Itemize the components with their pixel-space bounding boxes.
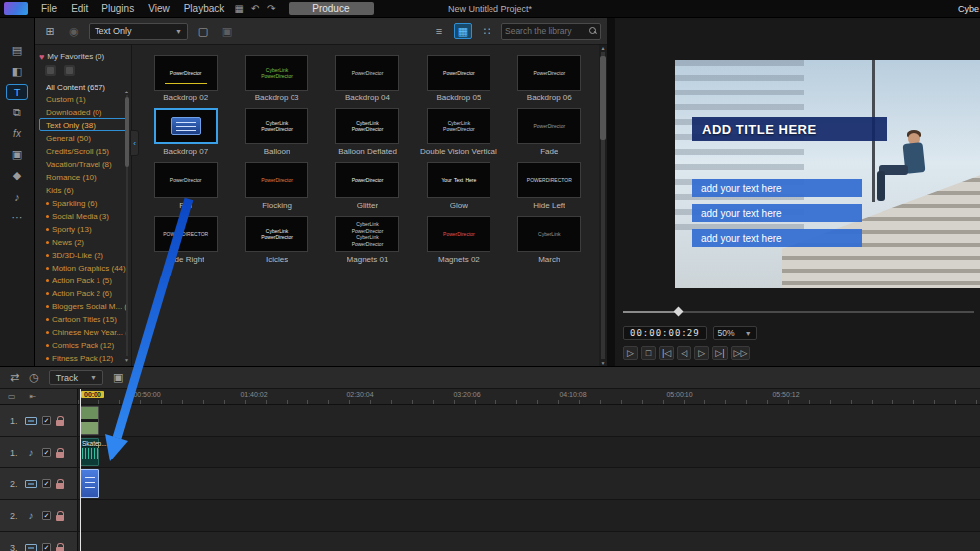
category-item[interactable]: News (2) (39, 235, 129, 248)
template-tile[interactable]: CyberLink PowerDirectorBalloon Deflated (322, 108, 413, 156)
track-dropdown[interactable]: Track▼ (49, 370, 103, 385)
title-overlay[interactable]: ADD TITLE HERE (692, 117, 887, 141)
track-enable-checkbox[interactable]: ✓ (42, 543, 51, 551)
track-lock-all-icon[interactable]: ▭ (8, 392, 16, 401)
template-tile[interactable]: Your Text HereGlow (413, 162, 503, 210)
previous-clip-button[interactable]: |◁ (659, 346, 674, 360)
adjustment-room-icon[interactable]: ◧ (6, 63, 28, 80)
template-tile[interactable]: CyberLink PowerDirectorBackdrop 03 (231, 55, 321, 102)
more-rooms-icon[interactable]: ⋯ (6, 209, 28, 226)
particle-room-icon[interactable]: ◆ (6, 167, 28, 184)
timeline-ruler[interactable]: ▭ ⇤ 00:50:0001:40:0202:30:0403:20:0604:1… (0, 389, 980, 405)
duration-icon[interactable]: ◷ (29, 371, 39, 384)
template-tile[interactable]: PowerDirectorGlitter (322, 162, 413, 210)
produce-button[interactable]: Produce (289, 2, 373, 15)
go-to-start-icon[interactable]: ⇤ (30, 392, 37, 401)
template-tile[interactable]: CyberLink PowerDirectorDouble Vision Ver… (413, 108, 503, 156)
import-media-icon[interactable]: ⊞ (41, 23, 59, 39)
menu-edit[interactable]: Edit (64, 3, 95, 14)
category-item[interactable]: Romance (10) (39, 170, 129, 183)
category-item[interactable]: General (50) (39, 131, 129, 144)
audio-clip[interactable]: Skatep... (80, 438, 99, 466)
track-content[interactable] (78, 532, 980, 551)
title-room-icon[interactable]: T (6, 84, 28, 100)
detail-view-icon[interactable]: ∷ (478, 23, 495, 39)
scroll-down-icon[interactable]: ▼ (124, 357, 129, 363)
template-tile[interactable]: Backdrop 07 (140, 108, 231, 156)
category-scrollbar[interactable]: ▲ ▼ (123, 89, 130, 363)
track-enable-checkbox[interactable]: ✓ (42, 511, 51, 520)
template-tile[interactable]: CyberLinkMarch (504, 216, 595, 264)
track-lock-icon[interactable] (56, 420, 64, 426)
playhead[interactable] (80, 389, 81, 551)
grid-scrollbar[interactable]: ▲ ▼ (599, 45, 607, 366)
template-tile[interactable]: POWERDIRECTORHide Left (504, 162, 595, 210)
track-enable-checkbox[interactable]: ✓ (42, 448, 51, 457)
category-item[interactable]: Downloaded (0) (39, 105, 129, 118)
panel-divider[interactable] (607, 18, 615, 366)
new-title-icon[interactable]: ▢ (194, 23, 212, 39)
menu-plugins[interactable]: Plugins (95, 3, 141, 14)
list-view-icon[interactable]: ≡ (430, 23, 448, 39)
template-tile[interactable]: CyberLink PowerDirector CyberLink PowerD… (322, 216, 413, 264)
play-button[interactable]: ▷ (623, 346, 638, 360)
track-content[interactable] (78, 468, 980, 499)
filter-dropdown[interactable]: Text Only▼ (89, 23, 188, 40)
step-backward-button[interactable]: ◁ (677, 346, 691, 360)
video-clip[interactable] (80, 406, 99, 435)
transition-room-icon[interactable]: ⧉ (6, 104, 28, 121)
category-item[interactable]: Fitness Pack (12) (39, 351, 129, 364)
category-item[interactable]: Motion Graphics (44) (39, 261, 129, 274)
stop-button[interactable]: □ (641, 346, 656, 360)
template-tile[interactable]: PowerDirectorFlocking (231, 162, 321, 210)
duplicate-title-icon[interactable]: ▣ (218, 23, 236, 39)
category-item[interactable]: Comics Pack (12) (39, 338, 129, 351)
template-tile[interactable]: PowerDirectorMagnets 02 (413, 216, 503, 264)
category-item[interactable]: Bloggers Social M... (27) (39, 299, 129, 312)
media-room-icon[interactable]: ▤ (6, 42, 28, 59)
category-item[interactable]: Text Only (38) (39, 118, 129, 131)
template-tile[interactable]: PowerDirectorBackdrop 06 (504, 55, 595, 102)
template-tile[interactable]: PowerDirectorBackdrop 02 (140, 55, 231, 102)
category-item[interactable]: Sporty (13) (39, 222, 129, 235)
grid-scroll-up-icon[interactable]: ▲ (601, 45, 606, 51)
search-icon[interactable] (589, 27, 597, 35)
menu-view[interactable]: View (141, 3, 177, 14)
category-item[interactable]: Sparkling (6) (39, 196, 129, 209)
zoom-dropdown[interactable]: 50%▼ (713, 326, 757, 340)
redo-icon[interactable]: ↷ (263, 3, 279, 14)
template-tile[interactable]: PowerDirectorFlip (140, 162, 231, 210)
category-item[interactable]: Kids (6) (39, 183, 129, 196)
category-item[interactable]: Action Pack 1 (5) (39, 274, 129, 286)
text-line-overlay[interactable]: add your text here (692, 179, 862, 197)
track-content[interactable] (78, 405, 980, 436)
collapse-categories-handle[interactable]: ‹ (130, 130, 139, 156)
timecode-display[interactable]: 00:00:00:29 (623, 326, 707, 340)
track-lock-icon[interactable] (56, 547, 64, 551)
category-item[interactable]: Cartoon Titles (15) (39, 312, 129, 325)
text-line-overlay[interactable]: add your text here (692, 204, 862, 222)
category-item[interactable]: Vacation/Travel (8) (39, 157, 129, 170)
preview-seek-bar[interactable] (623, 311, 974, 313)
audio-room-icon[interactable]: ♪ (6, 188, 28, 205)
capture-icon[interactable]: ◉ (65, 23, 83, 39)
template-tile[interactable]: PowerDirectorFade (504, 108, 595, 156)
template-tile[interactable]: CyberLink PowerDirectorBalloon (231, 108, 321, 156)
effect-room-icon[interactable]: fx (6, 125, 28, 142)
template-tile[interactable]: PowerDirectorBackdrop 04 (322, 55, 413, 102)
track-content[interactable] (78, 500, 980, 531)
template-tile[interactable]: POWERDIRECTORHide Right (140, 216, 231, 264)
step-forward-button[interactable]: ▷ (694, 346, 709, 360)
bell-icon[interactable] (45, 65, 56, 76)
category-item[interactable]: 3D/3D-Like (2) (39, 248, 129, 261)
layout-icon[interactable]: ▦ (231, 3, 247, 14)
next-clip-button[interactable]: ▷| (712, 346, 727, 360)
range-select-icon[interactable]: ▣ (113, 371, 123, 384)
category-item[interactable]: Action Pack 2 (6) (39, 286, 129, 299)
title-clip[interactable] (80, 469, 99, 498)
track-enable-checkbox[interactable]: ✓ (42, 416, 51, 425)
scroll-up-icon[interactable]: ▲ (124, 89, 129, 94)
category-item[interactable]: Social Media (3) (39, 209, 129, 222)
track-lock-icon[interactable] (56, 515, 64, 521)
menu-playback[interactable]: Playback (177, 3, 232, 14)
